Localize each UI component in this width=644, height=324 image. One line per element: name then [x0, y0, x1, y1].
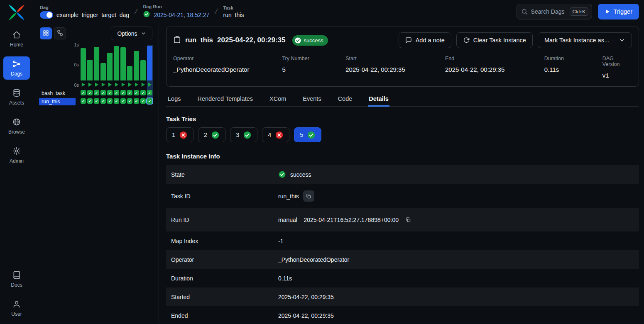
button-divider: [614, 36, 614, 44]
copy-icon: [306, 193, 311, 199]
try-button-1[interactable]: 1: [166, 127, 193, 142]
task-row-label[interactable]: bash_task: [39, 90, 76, 97]
header-actions: Ctrl+K Trigger: [517, 4, 644, 19]
duration-bar[interactable]: [127, 66, 132, 80]
sidebar-item-docs[interactable]: Docs: [3, 268, 30, 291]
grid-view-button[interactable]: [40, 27, 52, 39]
duration-bar[interactable]: [120, 47, 126, 80]
dag-run-crumb-label: Dag Run: [143, 4, 209, 9]
run-play-icon[interactable]: [107, 82, 113, 88]
task-instance-cell[interactable]: ✓: [147, 90, 152, 95]
task-instance-cell[interactable]: ✓: [94, 90, 99, 95]
sidebar-item-dags[interactable]: Dags: [3, 56, 30, 80]
tab-rendered-templates[interactable]: Rendered Templates: [196, 92, 254, 107]
copy-run-id-button[interactable]: [403, 214, 414, 225]
trigger-button[interactable]: Trigger: [598, 4, 639, 19]
try-button-4[interactable]: 4: [262, 127, 289, 142]
sidebar-item-assets[interactable]: Assets: [3, 85, 30, 109]
task-instance-cell[interactable]: ✓: [100, 90, 106, 95]
dags-icon: [12, 60, 21, 68]
task-instance-cell[interactable]: ✓: [134, 98, 139, 104]
try-button-5[interactable]: 5: [294, 127, 321, 142]
meta-label: DAG Version: [602, 56, 632, 67]
run-play-icon[interactable]: [127, 82, 132, 88]
sidebar-bottom-nav: Docs User: [0, 268, 33, 320]
tab-events[interactable]: Events: [302, 92, 322, 107]
duration-bar[interactable]: [94, 47, 99, 80]
task-instance-cell[interactable]: ✓: [94, 98, 99, 104]
run-play-icon[interactable]: [134, 82, 139, 88]
search-input[interactable]: [531, 8, 566, 15]
task-instance-cell[interactable]: ✓: [114, 90, 119, 95]
options-button[interactable]: Options: [111, 27, 152, 40]
sidebar-item-admin[interactable]: Admin: [3, 144, 30, 167]
task-row-label[interactable]: run_this: [39, 98, 76, 105]
run-play-icon[interactable]: [140, 82, 146, 88]
axis-label: 1s: [68, 42, 79, 47]
run-play-icon[interactable]: [147, 82, 152, 88]
dag-name-link[interactable]: example_trigger_target_dag: [56, 12, 129, 18]
graph-view-button[interactable]: [54, 27, 66, 39]
run-play-icon[interactable]: [94, 82, 99, 88]
meta-value: 2025-04-22, 00:29:35: [345, 66, 445, 73]
task-instance-cell[interactable]: ✓: [114, 98, 119, 104]
task-instance-cell[interactable]: ✓: [81, 98, 86, 104]
try-button-3[interactable]: 3: [230, 127, 257, 142]
duration-bar[interactable]: [114, 46, 119, 80]
task-instance-cell[interactable]: ✓: [140, 90, 146, 95]
duration-bar[interactable]: [100, 63, 106, 80]
task-instance-cell[interactable]: ✓: [100, 98, 106, 104]
mark-task-instance-as-button[interactable]: Mark Task Instance as...: [538, 32, 632, 48]
copy-task-id-button[interactable]: [303, 190, 314, 202]
try-button-2[interactable]: 2: [198, 127, 225, 142]
grid-icon: [43, 30, 49, 37]
meta-value: 2025-04-22, 00:29:35: [445, 66, 544, 73]
tab-details[interactable]: Details: [368, 92, 389, 107]
tab-xcom[interactable]: XCom: [269, 92, 287, 107]
tab-logs[interactable]: Logs: [167, 92, 181, 107]
duration-bar[interactable]: [147, 46, 152, 80]
duration-bar[interactable]: [134, 51, 139, 80]
duration-bar[interactable]: [87, 60, 93, 80]
task-instance-cell[interactable]: ✓: [120, 98, 126, 104]
task-instance-cell[interactable]: ✓: [134, 90, 139, 95]
sidebar-item-label: Assets: [9, 100, 24, 106]
run-play-icon[interactable]: [87, 82, 93, 88]
dag-pause-toggle[interactable]: [40, 11, 53, 19]
axis-label: 0s: [68, 83, 79, 88]
sidebar-item-home[interactable]: Home: [3, 27, 30, 51]
table-row: Run ID manual__2025-04-21T16:52:27.17889…: [166, 208, 639, 231]
clear-task-instance-button[interactable]: Clear Task Instance: [456, 32, 533, 48]
task-instance-cell[interactable]: ✓: [120, 90, 126, 95]
chevron-down-icon: [619, 37, 625, 44]
run-play-icon[interactable]: [100, 82, 106, 88]
duration-bar[interactable]: [107, 53, 113, 80]
sidebar-item-label: Dags: [11, 71, 22, 77]
task-instance-cell[interactable]: ✓: [81, 90, 86, 95]
duration-bar[interactable]: [81, 48, 86, 80]
airflow-logo[interactable]: [7, 3, 26, 22]
tab-code[interactable]: Code: [337, 92, 353, 107]
search-box[interactable]: Ctrl+K: [517, 4, 592, 19]
run-play-icon[interactable]: [114, 82, 119, 88]
run-id-value: manual__2025-04-21T16:52:27.178898+00:00: [278, 217, 399, 223]
task-instance-cell[interactable]: ✓: [107, 90, 113, 95]
meta-value: _PythonDecoratedOperator: [173, 66, 282, 73]
failed-x-icon: [179, 131, 188, 139]
task-instance-cell[interactable]: ✓: [87, 90, 93, 95]
task-instance-cell[interactable]: ✓: [147, 98, 152, 104]
task-instance-cell[interactable]: ✓: [127, 90, 132, 95]
dag-run-link[interactable]: 2025-04-21, 18:52:27: [154, 12, 209, 18]
task-instance-cell[interactable]: ✓: [127, 98, 132, 104]
sidebar-item-label: Browse: [8, 129, 25, 135]
task-instance-cell[interactable]: ✓: [107, 98, 113, 104]
run-play-icon[interactable]: [81, 82, 86, 88]
sidebar-item-user[interactable]: User: [3, 297, 30, 320]
task-tries-title: Task Tries: [166, 115, 639, 122]
sidebar-item-browse[interactable]: Browse: [3, 114, 30, 138]
task-instance-cell[interactable]: ✓: [87, 98, 93, 104]
run-play-icon[interactable]: [120, 82, 126, 88]
duration-bar[interactable]: [140, 60, 146, 80]
task-instance-cell[interactable]: ✓: [140, 98, 146, 104]
add-note-button[interactable]: Add a note: [399, 32, 451, 48]
